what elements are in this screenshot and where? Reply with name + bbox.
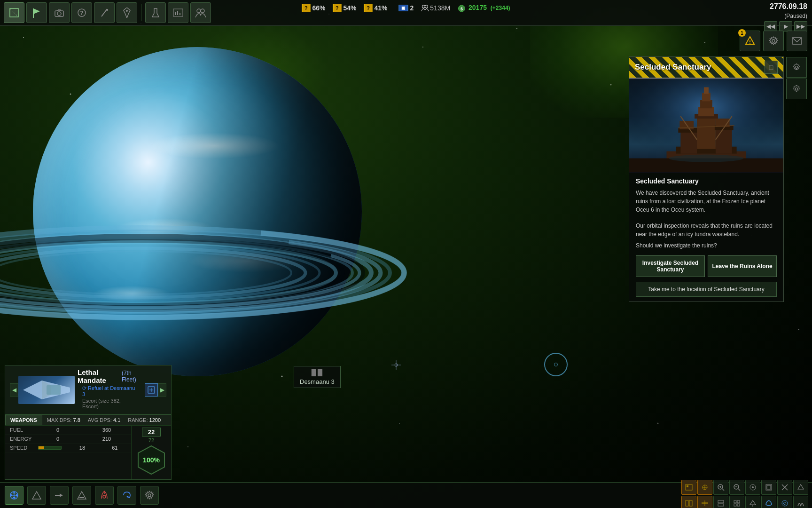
br-btn-7[interactable]	[777, 480, 792, 495]
zoom-out-button[interactable]	[729, 480, 744, 495]
flask-button[interactable]	[145, 2, 166, 23]
svg-point-8	[704, 42, 705, 43]
svg-text:?: ?	[80, 10, 83, 16]
desmaanu-location-label[interactable]: Desmaanu 3	[294, 366, 341, 388]
paused-label: (Paused)	[784, 13, 807, 19]
br-btn-14[interactable]	[761, 496, 776, 508]
flag-button[interactable]	[26, 2, 47, 23]
panel-side-settings	[786, 57, 807, 99]
speed-label: SPEED	[5, 445, 33, 451]
move-button[interactable]	[5, 486, 23, 505]
play-button[interactable]: ▶	[779, 21, 792, 32]
br-btn-5[interactable]	[745, 480, 760, 495]
max-dps-val: 7.8	[73, 417, 80, 423]
panel-minimize-button[interactable]: □	[765, 61, 778, 74]
mail-button[interactable]	[787, 31, 807, 51]
svg-marker-97	[32, 492, 41, 499]
fuel-val2: 360	[82, 427, 131, 433]
zoom-in-button[interactable]	[713, 480, 728, 495]
order-up-button[interactable]	[27, 486, 46, 505]
ship-next-button[interactable]: ▶	[158, 383, 166, 397]
top-toolbar: ? ? 66% ? 54% ? 41%	[0, 0, 812, 26]
hud-val-1: 66%	[312, 4, 325, 12]
chart-button[interactable]	[168, 2, 188, 23]
svg-rect-134	[737, 504, 740, 506]
avg-dps-label: AVG DPS: 4.1	[88, 417, 121, 423]
cursor-target	[544, 353, 568, 376]
hazard-button[interactable]	[95, 486, 114, 505]
br-btn-6[interactable]	[761, 480, 776, 495]
speed-bar	[38, 446, 62, 450]
svg-rect-130	[718, 504, 724, 506]
br-btn-12[interactable]	[729, 496, 744, 508]
br-btn-15[interactable]	[777, 496, 792, 508]
rewind-button[interactable]: ◀◀	[764, 21, 777, 32]
camera-button[interactable]	[49, 2, 70, 23]
cursor-tool-button[interactable]	[4, 2, 24, 23]
fuel-count: 22 72	[142, 428, 161, 443]
hud-money: $ 20175 (+2344)	[458, 4, 510, 12]
svg-point-54	[425, 5, 428, 8]
tool-button[interactable]	[94, 2, 115, 23]
investigate-button[interactable]: Investigate Secluded Sanctuary	[636, 255, 705, 277]
fleet-detail-button[interactable]	[145, 383, 158, 397]
hud-population: 5138M	[421, 4, 450, 12]
range-label: RANGE: 1200	[128, 417, 161, 423]
hud-stats: ? 66% ? 54% ? 41% ▣ 2 5138M $ 20175 (+23…	[302, 4, 510, 12]
br-btn-16[interactable]	[793, 496, 808, 508]
desmaanu-name: Desmaanu 3	[300, 378, 335, 385]
svg-point-39	[57, 12, 61, 16]
weapons-tab[interactable]: WEAPONS	[5, 415, 42, 425]
leave-ruins-button[interactable]: Leave the Ruins Alone	[708, 255, 777, 277]
ship-prev-button[interactable]: ◀	[10, 383, 18, 397]
svg-rect-72	[704, 87, 709, 94]
health-display: 22 72 100%	[131, 426, 171, 479]
ship-type: Escort (size 382, Escort)	[78, 398, 142, 411]
fast-forward-button[interactable]: ▶▶	[794, 21, 807, 32]
br-btn-9[interactable]	[681, 496, 696, 508]
svg-line-116	[738, 489, 740, 491]
svg-point-137	[782, 500, 788, 506]
sanctuary-panel: Secluded Sanctuary □	[629, 56, 784, 302]
hex-health-container: 100%	[136, 445, 167, 477]
svg-marker-45	[124, 8, 130, 18]
fuel-num-top: 22	[142, 428, 161, 437]
br-btn-8[interactable]	[793, 480, 808, 495]
money-value: 20175	[468, 4, 487, 11]
bottom-settings-button[interactable]	[140, 486, 159, 505]
locate-button[interactable]: Take me to the location of Secluded Sanc…	[636, 282, 777, 297]
br-btn-10[interactable]	[697, 496, 712, 508]
svg-point-7	[610, 84, 612, 86]
energy-val2: 210	[82, 436, 131, 442]
svg-line-112	[722, 489, 724, 491]
panel-title: Secluded Sanctuary	[635, 63, 711, 72]
ship-status: ⟳ Refuel at Desmaanu 3	[78, 384, 142, 398]
br-btn-13[interactable]	[745, 496, 760, 508]
time-controls: ◀◀ ▶ ▶▶	[764, 21, 807, 32]
br-btn-2[interactable]	[697, 480, 712, 495]
br-btn-1[interactable]	[681, 480, 696, 495]
panel-question: Should we investigate the ruins?	[629, 240, 783, 253]
svg-rect-121	[767, 485, 771, 489]
alert-button[interactable]: 1	[740, 31, 760, 51]
svg-rect-129	[718, 500, 724, 503]
hud-icon-3: ?	[364, 4, 373, 12]
pin-button[interactable]	[117, 2, 137, 23]
svg-rect-133	[734, 504, 736, 506]
hud-icon-2: ?	[333, 4, 341, 12]
settings-button[interactable]	[763, 31, 784, 51]
panel-settings-btn-1[interactable]	[786, 57, 807, 78]
panel-settings-btn-2[interactable]	[786, 79, 807, 99]
order-dash-button[interactable]	[72, 486, 91, 505]
help-button[interactable]: ?	[71, 2, 92, 23]
fuel-num-bot: 72	[148, 437, 154, 443]
ship-fleet: (7th Fleet)	[122, 370, 142, 383]
br-btn-11[interactable]	[713, 496, 728, 508]
avg-dps-val: 4.1	[113, 417, 120, 423]
weapons-header: WEAPONS MAX DPS: 7.8 AVG DPS: 4.1 RANGE:…	[5, 415, 171, 426]
cycle-button[interactable]	[117, 486, 136, 505]
population-value: 5138M	[430, 4, 450, 12]
arrow-button[interactable]	[50, 486, 69, 505]
svg-marker-40	[57, 9, 61, 11]
people-button[interactable]	[190, 2, 211, 23]
